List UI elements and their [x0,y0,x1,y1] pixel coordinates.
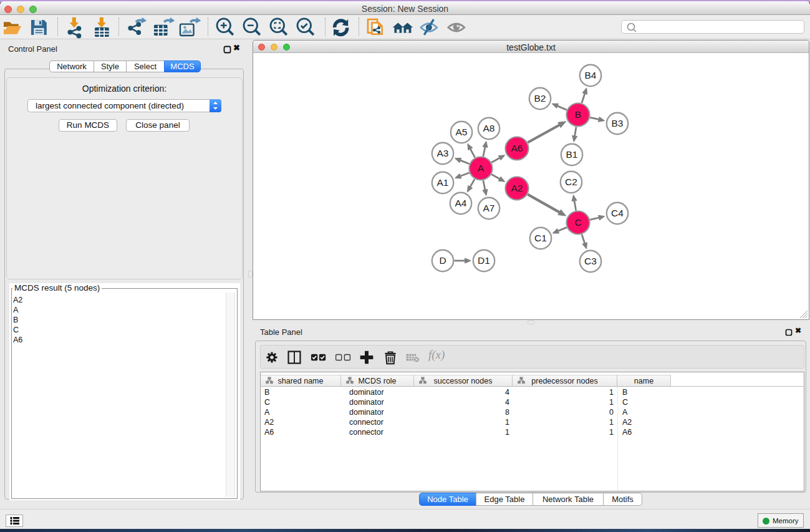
svg-text:C4: C4 [611,208,624,218]
svg-text:C: C [574,217,581,228]
svg-text:B2: B2 [534,93,546,104]
svg-text:B4: B4 [585,70,597,80]
svg-text:D: D [439,255,446,266]
svg-text:A6: A6 [511,143,523,153]
svg-text:A8: A8 [483,123,495,133]
svg-text:B: B [575,109,581,120]
svg-text:C2: C2 [565,177,577,187]
svg-text:B3: B3 [612,118,624,128]
svg-text:C3: C3 [584,256,597,266]
svg-text:D1: D1 [478,255,490,266]
svg-text:A4: A4 [455,198,467,208]
svg-text:B1: B1 [566,149,578,160]
svg-text:A7: A7 [483,203,495,213]
svg-text:A1: A1 [437,177,449,188]
svg-text:A5: A5 [456,127,468,137]
svg-text:A: A [478,163,485,173]
svg-text:A3: A3 [437,148,449,158]
svg-text:C1: C1 [534,233,547,243]
svg-text:A2: A2 [511,183,523,193]
